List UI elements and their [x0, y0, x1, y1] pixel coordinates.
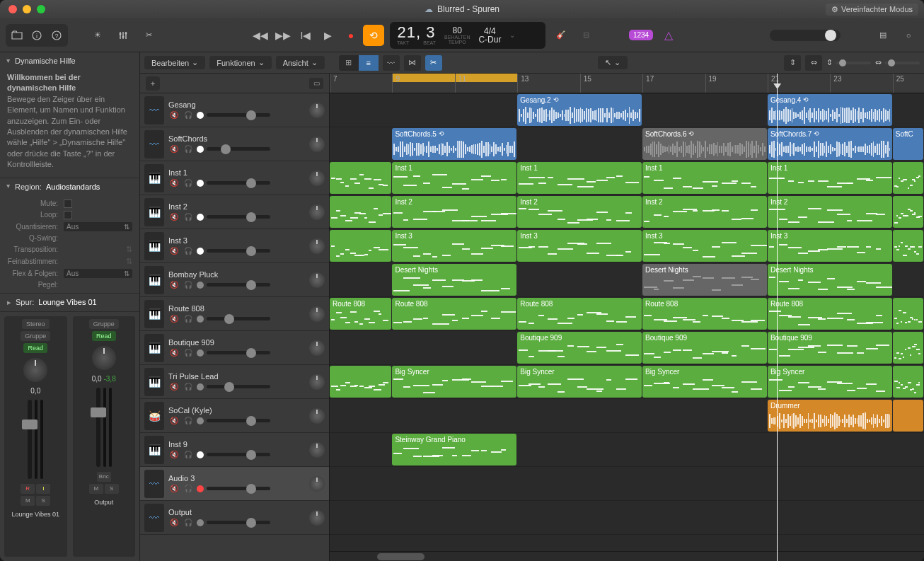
region[interactable]: Inst 2	[642, 196, 767, 228]
key-display[interactable]: C-Dur	[478, 35, 501, 44]
mute-button[interactable]: M	[89, 484, 103, 494]
track-header[interactable]: 🥁SoCal (Kyle)🔇🎧	[140, 399, 329, 433]
headphones-icon[interactable]: 🎧	[183, 314, 194, 324]
track-header[interactable]: 🎹Inst 1🔇🎧	[140, 161, 329, 195]
track-header[interactable]: 〰Gesang🔇🎧	[140, 93, 329, 127]
track-header[interactable]: 🎹Boutique 909🔇🎧	[140, 331, 329, 365]
track-volume-slider[interactable]	[207, 147, 270, 151]
list-view-button[interactable]: ≡	[359, 55, 379, 71]
mute-icon[interactable]: 🔇	[168, 314, 180, 324]
track-pan-knob[interactable]	[309, 340, 325, 356]
time-signature-display[interactable]: 4/4	[484, 27, 496, 35]
track-volume-slider[interactable]	[207, 283, 270, 287]
pan-knob[interactable]	[92, 346, 116, 370]
track-icon[interactable]: 〰	[144, 504, 164, 532]
vertical-zoom-fit[interactable]: ⇕	[784, 55, 801, 71]
region[interactable]	[893, 162, 923, 194]
track-header[interactable]: 〰Audio 3🔇🎧	[140, 467, 329, 501]
go-to-start-button[interactable]: I◀	[295, 25, 316, 46]
track-icon[interactable]: 🎹	[144, 436, 164, 464]
track-header[interactable]: 🎹Route 808🔇🎧	[140, 297, 329, 331]
ruler[interactable]: 791113151719212325	[330, 74, 924, 93]
arrangement-area[interactable]: 791113151719212325 Gesang.2⟲Gesang.4⟲Sof…	[330, 74, 924, 561]
track-disclosure[interactable]: ▸ Spur: Lounge Vibes 01	[0, 294, 139, 311]
mute-icon[interactable]: 🔇	[168, 450, 180, 460]
track-pan-knob[interactable]	[309, 204, 325, 220]
track-icon[interactable]: 🎹	[144, 266, 164, 294]
record-enable-button[interactable]	[197, 485, 204, 492]
track-icon[interactable]: 🎹	[144, 300, 164, 328]
track-volume-slider[interactable]	[207, 249, 270, 253]
region[interactable]	[330, 196, 391, 228]
region[interactable]: Route 808	[517, 298, 642, 330]
track-icon[interactable]: 🎹	[144, 198, 164, 226]
position-display[interactable]: 21, 3	[397, 25, 435, 40]
record-enable-button[interactable]	[197, 451, 204, 458]
track-pan-knob[interactable]	[309, 137, 325, 152]
play-button[interactable]: ▶	[318, 25, 339, 46]
mute-icon[interactable]: 🔇	[168, 484, 180, 494]
region[interactable]: Drummer	[768, 400, 892, 432]
library-button[interactable]	[7, 25, 27, 45]
track-header[interactable]: 🎹Inst 3🔇🎧	[140, 229, 329, 263]
mute-icon[interactable]: 🔇	[168, 416, 180, 426]
region[interactable]: SoftChords.6⟲	[642, 128, 767, 160]
record-enable-button[interactable]	[197, 112, 204, 119]
catch-button[interactable]: ✂	[425, 55, 442, 71]
headphones-icon[interactable]: 🎧	[183, 280, 194, 290]
mute-icon[interactable]: 🔇	[168, 144, 180, 154]
region[interactable]	[893, 298, 923, 330]
mute-icon[interactable]: 🔇	[168, 110, 180, 120]
track-lane[interactable]: Inst 2Inst 2Inst 2Inst 2	[330, 195, 924, 229]
mute-icon[interactable]: 🔇	[168, 178, 180, 188]
region[interactable]: Inst 3	[768, 230, 892, 262]
region[interactable]: Big Syncer	[517, 366, 642, 398]
solo-button[interactable]: S	[36, 496, 50, 506]
flex-button[interactable]: ⋈	[404, 55, 421, 71]
region[interactable]: Desert Nights	[392, 264, 516, 296]
grid-view-button[interactable]: ⊞	[339, 55, 359, 71]
mixer-button[interactable]	[113, 25, 133, 45]
mute-icon[interactable]: 🔇	[168, 382, 180, 392]
region[interactable]: Big Syncer	[768, 366, 892, 398]
region[interactable]: Gesang.4⟲	[768, 94, 892, 126]
automation-button[interactable]: 〰	[383, 55, 400, 71]
automation-mode-button[interactable]: Read	[92, 331, 116, 341]
track-lane[interactable]: Steinway Grand Piano	[330, 433, 924, 467]
forward-button[interactable]: ▶▶	[272, 25, 294, 46]
track-volume-slider[interactable]	[207, 521, 270, 524]
track-pan-knob[interactable]	[309, 510, 325, 526]
playhead[interactable]	[777, 74, 778, 561]
region[interactable]	[893, 196, 923, 228]
notepad-button[interactable]: ○	[899, 25, 918, 45]
zoom-button[interactable]	[37, 5, 45, 13]
region[interactable]: Boutique 909	[768, 332, 892, 364]
track-icon[interactable]: 🎹	[144, 334, 164, 362]
record-enable-button[interactable]	[197, 248, 204, 255]
flex-select[interactable]: Aus⇅	[64, 269, 132, 278]
horizontal-scrollbar[interactable]	[330, 551, 924, 561]
region[interactable]: Inst 1	[392, 162, 516, 194]
track-lane[interactable]: Big SyncerBig SyncerBig SyncerBig Syncer	[330, 365, 924, 399]
mute-icon[interactable]: 🔇	[168, 212, 180, 222]
record-enable-button[interactable]	[197, 349, 204, 357]
quantize-select[interactable]: Aus⇅	[64, 222, 132, 231]
toolbar-settings-button[interactable]: ☀	[88, 25, 108, 45]
region[interactable]: Inst 3	[517, 230, 642, 262]
track-volume-slider[interactable]	[207, 453, 270, 456]
track-pan-knob[interactable]	[309, 103, 325, 118]
track-pan-knob[interactable]	[309, 442, 325, 458]
quick-help-button[interactable]: ?	[47, 25, 67, 45]
lcd-display[interactable]: 21, 3 TAKT BEAT 80 Behalten TEMPO 4/4 C-…	[390, 22, 545, 49]
cycle-button[interactable]: ⟲	[363, 25, 384, 46]
region[interactable]: Route 808	[392, 298, 516, 330]
record-enable-button[interactable]	[197, 316, 204, 323]
track-icon[interactable]: 🎹	[144, 368, 164, 396]
region[interactable]: Route 808	[642, 298, 767, 330]
help-disclosure[interactable]: ▸ Dynamische Hilfe	[0, 52, 139, 69]
master-volume-slider[interactable]	[770, 30, 841, 41]
count-in-display[interactable]: 1234	[629, 30, 653, 40]
region[interactable]: Gesang.2⟲	[517, 94, 642, 126]
mute-button[interactable]: M	[21, 496, 35, 506]
track-volume-slider[interactable]	[207, 419, 270, 422]
